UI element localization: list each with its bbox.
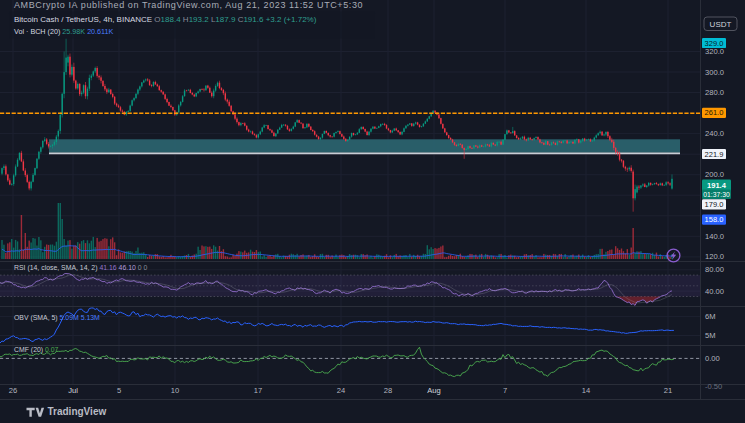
- svg-text:-0.50: -0.50: [705, 382, 722, 391]
- svg-text:26: 26: [9, 386, 17, 395]
- svg-text:Jul: Jul: [68, 386, 78, 395]
- svg-text:0.00: 0.00: [705, 354, 720, 363]
- svg-text:CMF (20) 0.07: CMF (20) 0.07: [14, 346, 59, 354]
- svg-text:140.0: 140.0: [705, 232, 724, 241]
- svg-text:RSI (14, close, SMA, 14, 2) 41: RSI (14, close, SMA, 14, 2) 41.16 46.10 …: [14, 264, 147, 272]
- svg-text:28: 28: [384, 386, 392, 395]
- svg-text:120.0: 120.0: [705, 252, 724, 261]
- svg-text:179.0: 179.0: [705, 200, 724, 209]
- svg-text:40.00: 40.00: [705, 287, 724, 296]
- svg-text:5M: 5M: [705, 331, 716, 340]
- svg-text:Bitcoin Cash / TetherUS, 4h, B: Bitcoin Cash / TetherUS, 4h, BINANCE O18…: [14, 15, 317, 24]
- svg-text:191.4: 191.4: [707, 181, 727, 190]
- svg-text:300.0: 300.0: [705, 68, 724, 77]
- svg-text:80.00: 80.00: [705, 265, 724, 274]
- svg-text:14: 14: [582, 386, 590, 395]
- svg-text:17: 17: [254, 386, 262, 395]
- svg-text:01:37:30: 01:37:30: [703, 191, 730, 198]
- svg-text:24: 24: [337, 386, 345, 395]
- svg-text:21: 21: [664, 386, 672, 395]
- svg-text:7: 7: [503, 386, 507, 395]
- svg-text:221.9: 221.9: [705, 150, 724, 159]
- svg-text:6M: 6M: [705, 312, 716, 321]
- svg-text:200.0: 200.0: [705, 170, 724, 179]
- svg-text:261.0: 261.0: [705, 108, 724, 117]
- svg-text:Aug: Aug: [427, 386, 441, 395]
- svg-text:TradingView: TradingView: [48, 406, 107, 417]
- svg-text:USDT: USDT: [710, 20, 732, 29]
- svg-text:280.0: 280.0: [705, 88, 724, 97]
- svg-text:OBV (SMA, 5) 5.09M 5.13M: OBV (SMA, 5) 5.09M 5.13M: [14, 314, 100, 322]
- svg-text:Vol · BCH (20) 25.98K 20.611K: Vol · BCH (20) 25.98K 20.611K: [14, 27, 114, 36]
- svg-text:320.0: 320.0: [705, 47, 724, 56]
- svg-text:240.0: 240.0: [705, 129, 724, 138]
- svg-text:AMBCrypto IA published on Tra: AMBCrypto IA published on TradingView.co…: [14, 0, 363, 10]
- svg-text:329.0: 329.0: [705, 39, 724, 48]
- svg-text:5: 5: [117, 386, 121, 395]
- svg-text:10: 10: [171, 386, 179, 395]
- svg-text:158.0: 158.0: [705, 215, 724, 224]
